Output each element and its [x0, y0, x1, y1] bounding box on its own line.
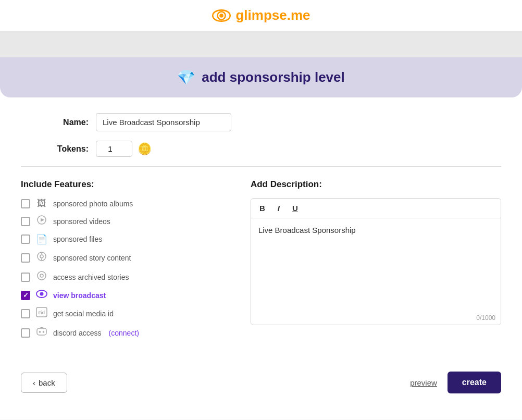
svg-point-2	[220, 14, 224, 18]
feature-item-sponsored-videos: sponsored videos	[21, 215, 230, 227]
files-icon: 📄	[35, 233, 48, 245]
feature-item-discord-access: discord access (connect)	[21, 326, 230, 339]
story-content-icon	[35, 251, 48, 264]
svg-point-12	[40, 292, 44, 296]
diamond-icon: 💎	[177, 69, 195, 86]
archived-stories-icon	[35, 270, 48, 283]
description-content: Live Broadcast Sponsorship	[258, 226, 356, 234]
tokens-wrap: 🪙	[96, 141, 152, 157]
feature-item-sponsored-files: 📄 sponsored files	[21, 233, 230, 245]
svg-point-16	[39, 331, 41, 333]
logo-icon	[212, 8, 231, 23]
name-label: Name:	[42, 118, 89, 127]
photo-albums-icon: 🖼	[35, 198, 48, 209]
logo-text: glimpse.me	[235, 7, 310, 23]
feature-item-sponsored-story-content: sponsored story content	[21, 251, 230, 264]
svg-point-9	[38, 271, 46, 280]
feature-label-sponsored-videos: sponsored videos	[53, 217, 110, 226]
form-fields: Name: Tokens: 🪙	[0, 113, 522, 157]
description-title: Add Description:	[251, 179, 501, 190]
feature-label-sponsored-photo-albums: sponsored photo albums	[53, 200, 133, 208]
two-col-section: Include Features: 🖼 sponsored photo albu…	[0, 179, 522, 345]
feature-item-get-social-media-id: #id get social media id	[21, 307, 230, 320]
checkbox-access-archived-stories[interactable]	[21, 273, 30, 282]
feature-item-access-archived-stories: access archived stories	[21, 270, 230, 283]
description-editor[interactable]: Live Broadcast Sponsorship	[251, 218, 501, 312]
logo: glimpse.me	[212, 7, 310, 23]
editor-box: B I U Live Broadcast Sponsorship 0/1000	[251, 198, 501, 325]
header: glimpse.me	[0, 0, 522, 31]
checkbox-view-broadcast[interactable]	[21, 291, 30, 300]
social-media-id-icon: #id	[35, 307, 48, 320]
checkbox-sponsored-story-content[interactable]	[21, 253, 30, 263]
coins-icon: 🪙	[138, 142, 152, 156]
broadcast-icon	[35, 290, 48, 301]
svg-point-17	[43, 331, 45, 333]
features-column: Include Features: 🖼 sponsored photo albu…	[21, 179, 230, 345]
char-count: 0/1000	[251, 312, 501, 325]
italic-button[interactable]: I	[276, 203, 282, 214]
editor-toolbar: B I U	[251, 199, 501, 218]
feature-label-discord-access: discord access	[53, 329, 102, 337]
feature-label-get-social-media-id: get social media id	[53, 310, 114, 318]
divider	[21, 166, 501, 167]
features-title: Include Features:	[21, 179, 230, 190]
back-button[interactable]: ‹ back	[21, 373, 67, 393]
gray-bar	[0, 31, 522, 57]
form-title: add sponsorship level	[202, 69, 345, 85]
svg-rect-15	[37, 328, 46, 335]
feature-label-sponsored-story-content: sponsored story content	[53, 254, 131, 262]
videos-icon	[35, 215, 48, 227]
tokens-field-row: Tokens: 🪙	[42, 141, 480, 157]
main-content: 💎 add sponsorship level Name: Tokens: 🪙 …	[0, 57, 522, 419]
checkbox-sponsored-photo-albums[interactable]	[21, 199, 30, 208]
name-input[interactable]	[96, 113, 231, 131]
feature-label-sponsored-files: sponsored files	[53, 235, 102, 243]
checkbox-discord-access[interactable]	[21, 328, 30, 338]
bold-button[interactable]: B	[257, 203, 267, 214]
bottom-bar: ‹ back preview create	[0, 361, 522, 399]
create-button[interactable]: create	[448, 372, 501, 393]
svg-marker-4	[41, 218, 44, 222]
back-label: back	[39, 378, 55, 387]
svg-point-6	[40, 255, 43, 258]
checkbox-sponsored-videos[interactable]	[21, 217, 30, 226]
checkbox-sponsored-files[interactable]	[21, 234, 30, 244]
svg-point-10	[40, 274, 43, 277]
form-header: 💎 add sponsorship level	[0, 57, 522, 97]
tokens-input[interactable]	[96, 141, 132, 157]
feature-item-sponsored-photo-albums: 🖼 sponsored photo albums	[21, 198, 230, 209]
connect-link[interactable]: (connect)	[109, 329, 139, 337]
checkbox-get-social-media-id[interactable]	[21, 309, 30, 318]
back-arrow-icon: ‹	[33, 378, 35, 387]
name-field-row: Name:	[42, 113, 480, 131]
description-column: Add Description: B I U Live Broadcast Sp…	[251, 179, 501, 345]
svg-text:#id: #id	[38, 310, 45, 315]
feature-item-view-broadcast: view broadcast	[21, 290, 230, 301]
feature-label-view-broadcast: view broadcast	[53, 291, 106, 300]
right-buttons: preview create	[410, 372, 501, 393]
tokens-label: Tokens:	[42, 144, 89, 154]
discord-icon	[35, 326, 48, 339]
preview-button[interactable]: preview	[410, 378, 437, 387]
underline-button[interactable]: U	[290, 203, 300, 214]
feature-label-access-archived-stories: access archived stories	[53, 273, 129, 281]
